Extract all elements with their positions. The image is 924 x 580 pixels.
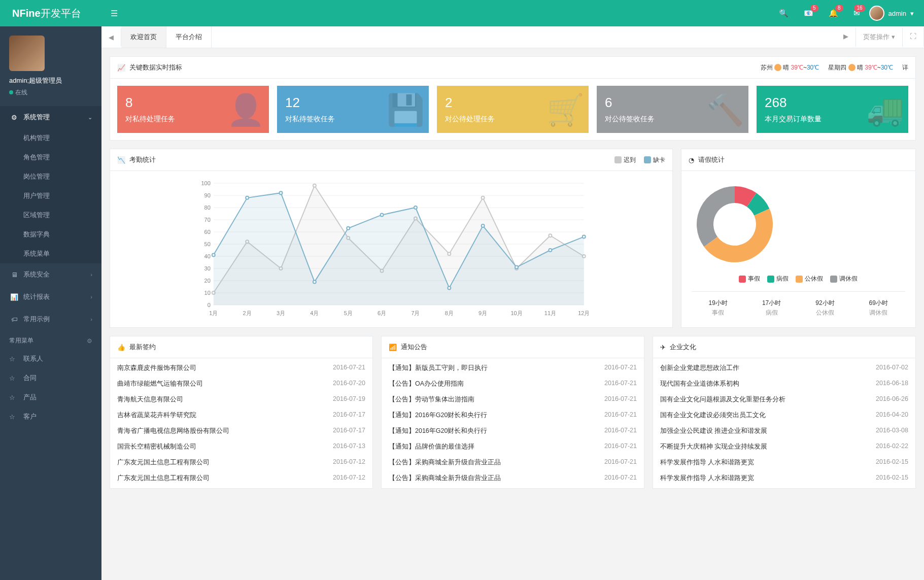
tab-welcome[interactable]: 欢迎首页 [121, 26, 166, 48]
card-bg-icon: 🚚 [866, 91, 904, 127]
svg-text:90: 90 [204, 192, 211, 198]
sidebar-item[interactable]: 岗位管理 [0, 167, 101, 186]
svg-text:100: 100 [201, 180, 210, 186]
list-item[interactable]: 【公告】采购商城全新升级自营业正品2016-07-21 [389, 470, 637, 486]
legend-item: 迟到 [614, 156, 636, 164]
search-icon[interactable]: 🔍 [773, 4, 795, 23]
tab-next[interactable]: ▶ [836, 27, 856, 47]
list-item[interactable]: 南京森鹿皮件服饰有限公司2016-07-21 [117, 360, 365, 376]
sidebar-item[interactable]: 角色管理 [0, 148, 101, 167]
fav-item[interactable]: ☆联系人 [0, 349, 101, 368]
svg-point-38 [313, 184, 316, 187]
user-menu[interactable]: admin ▾ [869, 6, 914, 21]
nav-icon: 🖥 [9, 271, 19, 279]
list-item[interactable]: 加强企业公民建设 推进企业和谐发展2016-03-08 [660, 423, 908, 439]
list-item[interactable]: 【公告】劳动节集体出游指南2016-07-21 [389, 392, 637, 407]
metric-card[interactable]: 8对私待处理任务👤 [117, 86, 269, 133]
svg-point-49 [246, 196, 249, 199]
sidebar-item[interactable]: 🏷常用示例› [0, 308, 101, 330]
donut-chart [692, 181, 778, 267]
tab-intro[interactable]: 平台介绍 [166, 26, 212, 48]
list-item[interactable]: 吉林省蔬菜花卉科学研究院2016-07-17 [117, 407, 365, 423]
svg-text:50: 50 [204, 241, 211, 247]
topbar: NFine开发平台 ☰ 🔍 📧5 🔔8 ✉16 admin ▾ [0, 0, 924, 26]
sidebar-item[interactable]: 区域管理 [0, 206, 101, 225]
sidebar-item[interactable]: 数据字典 [0, 225, 101, 244]
panel-icon: ✈ [660, 344, 666, 351]
list-item[interactable]: 曲靖市绿能燃气运输有限公司2016-07-20 [117, 376, 365, 392]
fullscreen-icon[interactable]: ⛶ [903, 27, 924, 47]
list-panel-culture: ✈企业文化 创新企业党建思想政治工作2016-07-02现代国有企业道德体系初构… [653, 336, 916, 489]
svg-text:10: 10 [204, 290, 211, 296]
fav-item[interactable]: ☆产品 [0, 388, 101, 407]
list-item[interactable]: 青海航天信息有限公司2016-07-19 [117, 392, 365, 407]
list-item[interactable]: 国有企业文化问题根源及文化重塑任务分析2016-06-26 [660, 392, 908, 407]
bell-badge: 8 [835, 5, 843, 12]
metric-card[interactable]: 268本月交易订单数量🚚 [757, 86, 908, 133]
list-item[interactable]: 【公告】采购商城全新升级自营业正品2016-07-21 [389, 455, 637, 470]
sidebar-item[interactable]: 📊统计报表› [0, 286, 101, 308]
list-item[interactable]: 广东友元国土信息工程有限公司2016-07-12 [117, 455, 365, 470]
svg-point-59 [583, 235, 586, 238]
tab-prev[interactable]: ◀ [101, 28, 121, 46]
list-item[interactable]: 国有企业文化建设必须突出员工文化2016-04-20 [660, 407, 908, 423]
sun-icon [774, 64, 781, 71]
bell-icon[interactable]: 🔔8 [823, 4, 844, 23]
fav-item[interactable]: ☆客户 [0, 407, 101, 426]
panel-title: 最新签约 [129, 343, 156, 352]
svg-point-51 [313, 280, 316, 283]
list-item[interactable]: 现代国有企业道德体系初构2016-06-18 [660, 376, 908, 392]
weather-block: 苏州 晴 39℃~30℃ [761, 63, 819, 72]
list-item[interactable]: 广东友元国土信息工程有限公司2016-07-12 [117, 470, 365, 486]
list-item[interactable]: 【公告】OA办公使用指南2016-07-21 [389, 376, 637, 392]
sidebar-item[interactable]: 机构管理 [0, 128, 101, 148]
panel-icon: 👍 [117, 344, 125, 351]
list-item[interactable]: 【通知】2016年G20财长和央行行2016-07-21 [389, 407, 637, 423]
chart-icon: 📈 [117, 64, 125, 72]
status-dot [9, 90, 13, 94]
fav-item[interactable]: ☆合同 [0, 368, 101, 388]
svg-point-58 [549, 249, 552, 252]
donut-stat: 17小时病假 [762, 299, 781, 317]
menu-toggle[interactable]: ☰ [101, 9, 127, 18]
list-item[interactable]: 科学发展作指导 人水和谐路更宽2016-02-15 [660, 455, 908, 470]
svg-text:11月: 11月 [544, 310, 556, 316]
list-item[interactable]: 国营长空精密机械制造公司2016-07-13 [117, 439, 365, 455]
svg-point-50 [279, 191, 282, 194]
sidebar-item[interactable]: 🖥系统安全› [0, 263, 101, 286]
sidebar-item[interactable]: 系统菜单 [0, 244, 101, 263]
metric-card[interactable]: 12对私待签收任务💾 [277, 86, 429, 133]
list-item[interactable]: 【通知】新版员工守则，即日执行2016-07-21 [389, 360, 637, 376]
tab-ops[interactable]: 页签操作 ▾ [856, 27, 903, 47]
gear-icon[interactable]: ⚙ [87, 337, 92, 345]
card-bg-icon: 👤 [227, 91, 265, 127]
svg-text:40: 40 [204, 253, 211, 259]
list-item[interactable]: 【通知】品牌价值的最佳选择2016-07-21 [389, 439, 637, 455]
star-icon: ☆ [9, 374, 19, 382]
chevron-right-icon: › [90, 294, 92, 300]
list-item[interactable]: 科学发展作指导 人水和谐路更宽2016-02-15 [660, 470, 908, 486]
svg-text:12月: 12月 [578, 310, 590, 316]
list-item[interactable]: 【通知】2016年G20财长和央行行2016-07-21 [389, 423, 637, 439]
pie-chart-icon: ◔ [689, 156, 694, 164]
list-item[interactable]: 不断提升大庆精神 实现企业持续发展2016-02-22 [660, 439, 908, 455]
svg-text:5月: 5月 [344, 310, 353, 316]
metric-card[interactable]: 6对公待签收任务🔨 [597, 86, 748, 133]
metric-card[interactable]: 2对公待处理任务🛒 [437, 86, 589, 133]
card-bg-icon: 🛒 [546, 91, 585, 127]
more-link[interactable]: 详 [902, 63, 908, 72]
svg-point-56 [482, 224, 485, 227]
mail-icon[interactable]: 📧5 [798, 4, 819, 23]
svg-marker-47 [214, 193, 584, 305]
profile-name: admin;超级管理员 [9, 76, 92, 85]
nav-system-mgmt[interactable]: ⚙ 系统管理 ⌄ [0, 106, 101, 128]
sidebar-item[interactable]: 用户管理 [0, 186, 101, 206]
line-chart: 01020304050607080901001月2月3月4月5月6月7月8月9月… [117, 178, 665, 320]
list-item[interactable]: 青海省广播电视信息网络股份有限公司2016-07-17 [117, 423, 365, 439]
chevron-down-icon: ▾ [910, 10, 914, 17]
svg-point-52 [347, 227, 350, 230]
legend-item: 调休假 [830, 275, 858, 283]
message-icon[interactable]: ✉16 [847, 4, 866, 23]
list-item[interactable]: 创新企业党建思想政治工作2016-07-02 [660, 360, 908, 376]
svg-text:2月: 2月 [243, 310, 252, 316]
